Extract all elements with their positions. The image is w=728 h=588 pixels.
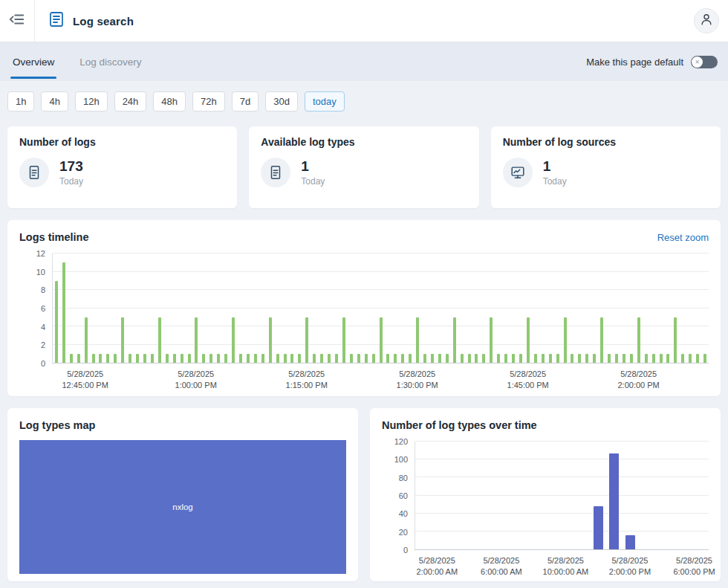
chart-bar	[600, 317, 603, 363]
chart-bar	[666, 354, 669, 363]
chart-bar	[446, 354, 449, 363]
time-range-24h[interactable]: 24h	[114, 91, 147, 112]
stat-title: Number of log sources	[503, 136, 709, 148]
stat-card-available-log-types: Available log types 1 Today	[249, 126, 478, 208]
chart-bar	[269, 317, 272, 363]
chart-bar	[660, 354, 663, 363]
log-types-over-time-plot[interactable]	[415, 442, 709, 550]
chart-bar	[290, 354, 293, 363]
toggle-knob: ✕	[692, 56, 703, 68]
y-axis-tick-label: 100	[394, 455, 408, 464]
chart-bar	[571, 354, 573, 363]
time-range-30d[interactable]: 30d	[265, 91, 298, 112]
time-range-today[interactable]: today	[305, 91, 345, 112]
time-range-72h[interactable]: 72h	[192, 91, 225, 112]
time-range-1h[interactable]: 1h	[7, 91, 34, 112]
chart-bar	[188, 354, 191, 363]
tab-bar: Overview Log discovery Make this page de…	[0, 42, 728, 81]
x-axis-tick-label: 5/28/20252:00:00 AM	[416, 555, 458, 578]
chart-bar	[114, 354, 117, 363]
x-axis-tick-label: 5/28/20252:00:00 PM	[617, 369, 659, 391]
chart-bar	[453, 317, 456, 363]
gridline	[415, 495, 709, 496]
y-axis-tick-label: 6	[41, 304, 45, 313]
chart-bar	[625, 535, 635, 549]
stat-value: 1	[543, 158, 567, 175]
treemap-label: nxlog	[172, 503, 193, 511]
chart-bar	[490, 317, 493, 363]
chart-bar	[401, 354, 404, 363]
chart-bar	[320, 354, 323, 363]
log-types-map-panel: Log types map nxlog	[7, 408, 358, 581]
chart-bar	[335, 354, 338, 363]
person-icon	[699, 12, 714, 30]
chart-bar	[696, 354, 699, 363]
x-axis-tick-label: 5/28/202512:45:00 PM	[62, 369, 108, 391]
chart-bar	[357, 354, 360, 363]
chart-bar	[519, 354, 522, 363]
chart-bar	[593, 354, 596, 363]
chart-bar	[158, 317, 161, 363]
y-axis-tick-label: 80	[399, 474, 408, 482]
chart-bar	[276, 354, 279, 363]
tab-overview[interactable]: Overview	[0, 42, 67, 81]
treemap-rect-nxlog[interactable]: nxlog	[19, 440, 346, 574]
menu-open-icon	[9, 11, 25, 30]
chart-bar	[623, 354, 625, 363]
chart-bar	[630, 354, 633, 363]
y-axis-tick-label: 10	[36, 268, 45, 277]
chart-bar	[512, 354, 515, 363]
chart-bar	[585, 354, 588, 363]
chart-bar	[645, 354, 648, 363]
stat-card-number-of-logs: Number of logs 173 Today	[7, 126, 237, 208]
time-range-48h[interactable]: 48h	[153, 91, 186, 112]
sidebar-toggle-button[interactable]	[0, 0, 35, 42]
chart-bar	[62, 262, 65, 363]
chart-bar	[181, 354, 183, 363]
tab-log-discovery[interactable]: Log discovery	[67, 42, 154, 81]
user-menu-button[interactable]	[694, 8, 719, 33]
y-axis-tick-label: 20	[399, 528, 408, 537]
logs-timeline-panel: Logs timeline Reset zoom 024681012 5/28/…	[7, 220, 721, 396]
stat-value: 173	[59, 158, 83, 175]
chart-bar	[305, 317, 308, 363]
gridline	[53, 253, 709, 253]
logs-timeline-plot[interactable]	[52, 253, 709, 364]
x-axis-tick-label: 5/28/20251:15:00 PM	[286, 369, 328, 391]
chart-bar	[556, 354, 559, 363]
tab-overview-label: Overview	[13, 56, 54, 68]
x-axis-tick-label: 5/28/202510:00:00 AM	[543, 555, 589, 578]
make-default-area: Make this page default ✕	[586, 42, 728, 81]
stat-title: Available log types	[261, 136, 467, 148]
chart-bar	[129, 354, 131, 363]
chart-bar	[195, 317, 198, 363]
log-types-treemap: nxlog	[19, 440, 346, 574]
stat-card-number-of-log-sources: Number of log sources 1 Today	[491, 126, 721, 208]
bottom-row: Log types map nxlog Number of log types …	[7, 408, 721, 581]
chart-bar	[224, 354, 227, 363]
chart-bar	[350, 354, 353, 363]
chart-bar	[166, 354, 169, 363]
chart-bar	[409, 354, 412, 363]
tab-log-discovery-label: Log discovery	[79, 56, 141, 68]
app-header: Log search	[0, 0, 728, 42]
time-range-7d[interactable]: 7d	[232, 91, 259, 112]
chart-bar	[423, 354, 426, 363]
chart-bar	[239, 354, 242, 363]
chart-bar	[121, 317, 124, 363]
make-default-toggle[interactable]: ✕	[691, 56, 718, 68]
x-axis-tick-label: 5/28/20251:30:00 PM	[397, 369, 438, 391]
log-types-map-title: Log types map	[19, 419, 95, 431]
logs-timeline-chart: 024681012 5/28/202512:45:00 PM5/28/20251…	[19, 253, 709, 390]
time-range-4h[interactable]: 4h	[41, 91, 68, 112]
y-axis-tick-label: 40	[399, 509, 408, 518]
x-axis-tick-label: 5/28/20251:45:00 PM	[507, 369, 549, 391]
chart-bar	[85, 317, 88, 363]
chart-bar	[202, 354, 205, 363]
x-axis-tick-label: 5/28/20256:00:00 PM	[673, 555, 715, 578]
chart-bar	[542, 354, 545, 363]
chart-bar	[527, 317, 530, 363]
chart-bar	[372, 354, 375, 363]
time-range-12h[interactable]: 12h	[75, 91, 108, 112]
reset-zoom-link[interactable]: Reset zoom	[657, 232, 709, 243]
